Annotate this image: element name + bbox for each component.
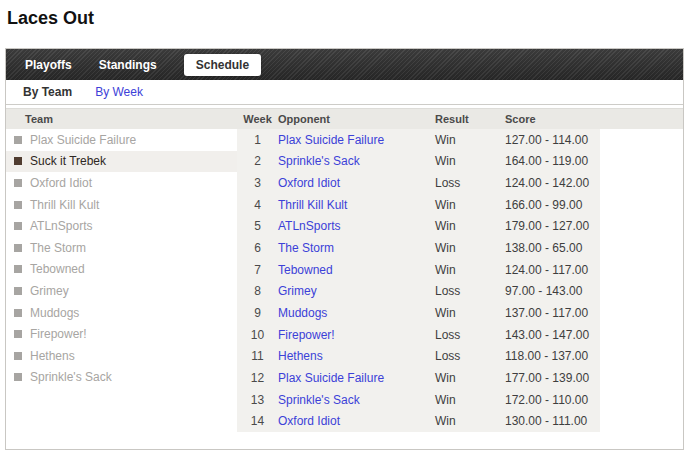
result-value: Win (435, 154, 505, 168)
team-bullet-icon (14, 157, 22, 165)
sidebar-team-item[interactable]: Firepower! (6, 323, 237, 345)
team-name: Firepower! (30, 327, 87, 341)
opponent-link[interactable]: Thrill Kill Kult (278, 198, 435, 212)
sidebar-team-item[interactable]: Muddogs (6, 302, 237, 324)
score-value: 118.00 - 137.00 (505, 349, 600, 363)
tab-bar: Playoffs Standings Schedule (6, 49, 683, 80)
opponent-link[interactable]: Plax Suicide Failure (278, 133, 435, 147)
score-value: 127.00 - 114.00 (505, 133, 600, 147)
opponent-link[interactable]: The Storm (278, 241, 435, 255)
schedule-row: 6 The Storm Win 138.00 - 65.00 (237, 237, 600, 259)
result-value: Loss (435, 328, 505, 342)
sidebar-team-item[interactable]: Oxford Idiot (6, 172, 237, 194)
team-name: Hethens (30, 349, 75, 363)
team-name: The Storm (30, 241, 86, 255)
score-value: 124.00 - 142.00 (505, 176, 600, 190)
week-number: 4 (237, 198, 278, 212)
team-name: ATLnSports (30, 219, 92, 233)
opponent-link[interactable]: Muddogs (278, 306, 435, 320)
schedule-row: 14 Oxford Idiot Win 130.00 - 111.00 (237, 410, 600, 432)
tab-playoffs[interactable]: Playoffs (25, 58, 72, 72)
team-bullet-icon (14, 265, 22, 273)
team-bullet-icon (14, 373, 22, 381)
week-number: 1 (237, 133, 278, 147)
team-bullet-icon (14, 201, 22, 209)
schedule-row: 11 Hethens Loss 118.00 - 137.00 (237, 345, 600, 367)
page: Laces Out Playoffs Standings Schedule By… (0, 0, 689, 457)
sidebar-team-item[interactable]: Grimey (6, 280, 237, 302)
subnav-by-week[interactable]: By Week (95, 85, 143, 99)
week-number: 14 (237, 414, 278, 428)
team-bullet-icon (14, 287, 22, 295)
team-name: Suck it Trebek (30, 154, 106, 168)
week-number: 5 (237, 219, 278, 233)
score-value: 164.00 - 119.00 (505, 154, 600, 168)
team-bullet-icon (14, 222, 22, 230)
schedule-row: 8 Grimey Loss 97.00 - 143.00 (237, 280, 600, 302)
schedule-row: 12 Plax Suicide Failure Win 177.00 - 139… (237, 367, 600, 389)
schedule-row: 10 Firepower! Loss 143.00 - 147.00 (237, 324, 600, 346)
week-number: 2 (237, 154, 278, 168)
opponent-link[interactable]: Firepower! (278, 328, 435, 342)
week-number: 9 (237, 306, 278, 320)
result-value: Win (435, 371, 505, 385)
column-header-result: Result (435, 113, 505, 125)
schedule-row: 2 Sprinkle's Sack Win 164.00 - 119.00 (237, 151, 600, 173)
column-header-week: Week (237, 113, 278, 125)
schedule-row: 1 Plax Suicide Failure Win 127.00 - 114.… (237, 129, 600, 151)
result-value: Loss (435, 284, 505, 298)
team-name: Thrill Kill Kult (30, 198, 99, 212)
result-value: Win (435, 198, 505, 212)
team-name: Muddogs (30, 306, 79, 320)
sub-nav: By Team By Week (6, 80, 683, 105)
column-header-score: Score (505, 113, 683, 125)
result-value: Win (435, 393, 505, 407)
week-number: 11 (237, 349, 278, 363)
score-value: 177.00 - 139.00 (505, 371, 600, 385)
result-value: Win (435, 414, 505, 428)
team-bullet-icon (14, 330, 22, 338)
result-value: Win (435, 219, 505, 233)
tab-schedule[interactable]: Schedule (184, 54, 261, 76)
subnav-by-team[interactable]: By Team (23, 85, 72, 99)
sidebar-team-item[interactable]: The Storm (6, 237, 237, 259)
tab-standings[interactable]: Standings (99, 58, 157, 72)
opponent-link[interactable]: Sprinkle's Sack (278, 393, 435, 407)
score-value: 97.00 - 143.00 (505, 284, 600, 298)
score-value: 172.00 - 110.00 (505, 393, 600, 407)
schedule-row: 7 Tebowned Win 124.00 - 117.00 (237, 259, 600, 281)
sidebar-team-item[interactable]: Tebowned (6, 259, 237, 281)
result-value: Win (435, 241, 505, 255)
team-bullet-icon (14, 244, 22, 252)
opponent-link[interactable]: Oxford Idiot (278, 176, 435, 190)
week-number: 7 (237, 263, 278, 277)
opponent-link[interactable]: Plax Suicide Failure (278, 371, 435, 385)
team-sidebar: Plax Suicide Failure Suck it Trebek Oxfo… (6, 129, 237, 432)
sidebar-team-item[interactable]: Sprinkle's Sack (6, 367, 237, 389)
sidebar-team-item[interactable]: Thrill Kill Kult (6, 194, 237, 216)
team-bullet-icon (14, 179, 22, 187)
sidebar-team-item[interactable]: ATLnSports (6, 215, 237, 237)
week-number: 6 (237, 241, 278, 255)
opponent-link[interactable]: Sprinkle's Sack (278, 154, 435, 168)
sidebar-team-item[interactable]: Plax Suicide Failure (6, 129, 237, 151)
opponent-link[interactable]: Grimey (278, 284, 435, 298)
score-value: 124.00 - 117.00 (505, 263, 600, 277)
score-value: 166.00 - 99.00 (505, 198, 600, 212)
opponent-link[interactable]: ATLnSports (278, 219, 435, 233)
opponent-link[interactable]: Hethens (278, 349, 435, 363)
schedule-row: 4 Thrill Kill Kult Win 166.00 - 99.00 (237, 194, 600, 216)
team-list: Plax Suicide Failure Suck it Trebek Oxfo… (6, 129, 237, 388)
schedule-row: 3 Oxford Idiot Loss 124.00 - 142.00 (237, 172, 600, 194)
team-bullet-icon (14, 136, 22, 144)
team-name: Sprinkle's Sack (30, 370, 112, 384)
sidebar-team-item[interactable]: Suck it Trebek (6, 151, 237, 173)
opponent-link[interactable]: Tebowned (278, 263, 435, 277)
sidebar-team-item[interactable]: Hethens (6, 345, 237, 367)
column-header-opponent: Opponent (278, 113, 435, 125)
week-number: 10 (237, 328, 278, 342)
page-title: Laces Out (7, 8, 689, 29)
result-value: Loss (435, 176, 505, 190)
opponent-link[interactable]: Oxford Idiot (278, 414, 435, 428)
week-number: 12 (237, 371, 278, 385)
